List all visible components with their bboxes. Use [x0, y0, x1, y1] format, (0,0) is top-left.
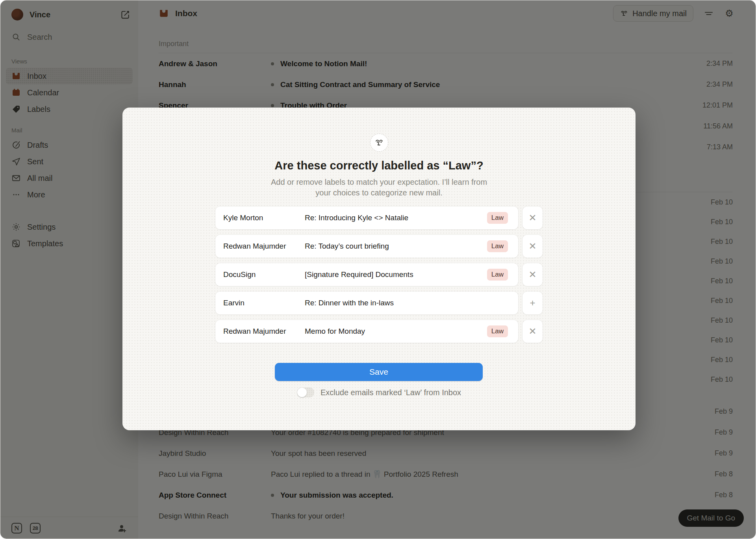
- close-icon: ✕: [528, 212, 536, 223]
- email-sender: Redwan Majumder: [223, 242, 305, 251]
- remove-label-button[interactable]: ✕: [523, 235, 543, 258]
- email-subject: Memo for Monday: [305, 327, 487, 336]
- app-window: Vince Search ViewsInboxCalendarLabelsMai…: [0, 0, 756, 539]
- email-sender: Redwan Majumder: [223, 327, 305, 336]
- label-badge: Law: [487, 269, 508, 281]
- modal-email-row: Redwan MajumderRe: Today’s court briefin…: [215, 235, 543, 258]
- close-icon: ✕: [528, 326, 536, 337]
- email-subject: Re: Dinner with the in-laws: [305, 299, 508, 307]
- modal-email-row: EarvinRe: Dinner with the in-laws+: [215, 292, 543, 314]
- email-sender: DocuSign: [223, 270, 305, 279]
- toggle-knob: [297, 388, 307, 397]
- label-confirmation-modal: Are these correctly labelled as “Law”? A…: [122, 108, 636, 430]
- remove-label-button[interactable]: ✕: [523, 263, 543, 286]
- modal-email-card: Kyle MortonRe: Introducing Kyle <> Natal…: [215, 206, 518, 229]
- exclude-toggle[interactable]: [297, 387, 314, 398]
- save-button[interactable]: Save: [275, 363, 483, 381]
- email-subject: Re: Introducing Kyle <> Natalie: [305, 214, 487, 222]
- email-subject: [Signature Required] Documents: [305, 270, 487, 279]
- modal-email-card: Redwan MajumderMemo for MondayLaw: [215, 320, 518, 343]
- modal-email-card: DocuSign[Signature Required] DocumentsLa…: [215, 263, 518, 286]
- email-subject: Re: Today’s court briefing: [305, 242, 487, 251]
- modal-title: Are these correctly labelled as “Law”?: [122, 159, 636, 172]
- modal-email-card: Redwan MajumderRe: Today’s court briefin…: [215, 235, 518, 258]
- label-badge: Law: [487, 325, 508, 337]
- ai-face-icon: [370, 134, 388, 152]
- modal-email-row: Kyle MortonRe: Introducing Kyle <> Natal…: [215, 206, 543, 229]
- modal-email-row: DocuSign[Signature Required] DocumentsLa…: [215, 263, 543, 286]
- add-label-button[interactable]: +: [523, 292, 543, 314]
- plus-icon: +: [530, 297, 535, 309]
- exclude-toggle-row: Exclude emails marked ‘Law’ from Inbox: [122, 387, 636, 398]
- email-sender: Earvin: [223, 299, 305, 307]
- exclude-toggle-label: Exclude emails marked ‘Law’ from Inbox: [321, 388, 461, 397]
- modal-email-list: Kyle MortonRe: Introducing Kyle <> Natal…: [215, 206, 543, 348]
- label-badge: Law: [487, 212, 508, 224]
- email-sender: Kyle Morton: [223, 214, 305, 222]
- modal-subtitle: Add or remove labels to match your expec…: [122, 177, 636, 198]
- modal-email-card: EarvinRe: Dinner with the in-laws: [215, 292, 518, 314]
- close-icon: ✕: [528, 269, 536, 280]
- remove-label-button[interactable]: ✕: [523, 206, 543, 229]
- modal-email-row: Redwan MajumderMemo for MondayLaw✕: [215, 320, 543, 343]
- label-badge: Law: [487, 240, 508, 252]
- remove-label-button[interactable]: ✕: [523, 320, 543, 343]
- close-icon: ✕: [528, 241, 536, 252]
